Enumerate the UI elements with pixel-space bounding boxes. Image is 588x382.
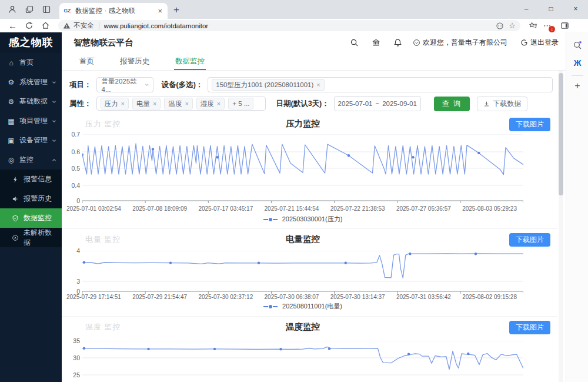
y-tick-label: 0.6 [71, 148, 80, 156]
minimize-button[interactable]: – [514, 0, 539, 19]
back-icon[interactable]: ← [8, 21, 17, 30]
grid-icon: ▦ [7, 117, 15, 125]
add-panel-icon[interactable]: + [574, 81, 580, 91]
sidebar-search-icon[interactable] [573, 41, 582, 50]
chart-legend[interactable]: 202503030001(压力) [82, 215, 523, 224]
gear-icon: ⚙ [7, 78, 15, 87]
new-tab-button[interactable]: + [173, 5, 179, 15]
app-header: 智慧物联云平台 欢迎您，普量电子有限公司 退出登录 [62, 32, 566, 54]
sidebar-item-basic-data[interactable]: ⚙ 基础数据 [0, 92, 62, 111]
sidebar-item-alarm-history[interactable]: 报警历史 [0, 189, 62, 208]
remove-tag-icon[interactable]: × [217, 100, 220, 107]
page-scrollbar[interactable] [559, 71, 563, 382]
close-button[interactable]: × [563, 0, 588, 19]
not-secure-warning-icon [63, 22, 71, 29]
organization-icon[interactable] [372, 38, 380, 47]
sidebar-item-unparsed-data[interactable]: 未解析数据 [0, 228, 62, 247]
pressure-line-chart[interactable] [82, 134, 523, 204]
bolt-icon [12, 176, 20, 183]
scrollbar-thumb[interactable] [559, 73, 563, 195]
page-tab-bar: 首页 报警历史 数据监控 [62, 53, 566, 71]
x-axis-labels: 2025-07-01 03:02:542025-07-08 18:09:0920… [66, 205, 517, 212]
edge-app-logo-icon[interactable]: Ж [574, 58, 582, 68]
remove-tag-icon[interactable]: × [316, 81, 320, 88]
attr-tag-humidity: 湿度× [196, 98, 225, 109]
date-range-input[interactable]: 2025-07-01 ~ 2025-09-01 [334, 96, 421, 111]
url-field[interactable]: 不安全 www.puliangiot.com/iotdatamonitor ☆ [58, 20, 520, 31]
platform-title: 智慧物联云平台 [74, 37, 133, 48]
chevron-down-icon [144, 82, 150, 88]
y-tick-label: 0.5 [71, 164, 80, 172]
vertical-tabs-icon[interactable] [42, 5, 51, 14]
device-multiselect[interactable]: 150型压力1001 (202508011001)× [208, 77, 553, 92]
battery-line-chart[interactable] [82, 251, 523, 295]
download-image-button[interactable]: 下载图片 [509, 118, 550, 131]
page-actions-icon[interactable] [496, 22, 504, 30]
attribute-multiselect[interactable]: 压力× 电量× 温度× 湿度× + 5 ... [96, 97, 266, 111]
project-select[interactable]: 普量2025款4... [96, 77, 153, 92]
maximize-button[interactable]: □ [539, 0, 563, 19]
filter-panel: 项目： 普量2025款4... 设备(多选)： 150型压力1001 (2025… [62, 72, 557, 114]
x-tick-label: 2025-07-30 02:37:12 [198, 294, 253, 300]
remove-tag-icon[interactable]: × [185, 100, 188, 107]
chevron-up-icon [51, 157, 57, 163]
x-tick-label: 2025-07-17 03:45:17 [198, 205, 253, 212]
tab-home[interactable]: 首页 [79, 53, 94, 71]
tab-title: 数据监控 · 感之物联 [75, 6, 156, 15]
tab-data-monitoring[interactable]: 数据监控 [175, 53, 205, 71]
chart-title: 压力监控 [82, 118, 523, 129]
attr-tag-battery: 电量× [132, 98, 161, 109]
browser-menu-icon[interactable]: ⋯↓ [543, 22, 551, 29]
temperature-line-chart[interactable] [82, 341, 523, 382]
attr-tag-temperature: 温度× [164, 98, 192, 109]
split-screen-icon[interactable] [560, 21, 569, 30]
x-axis-labels: 2025-07-29 17:14:512025-07-29 21:54:4720… [66, 294, 517, 300]
pill-divider [99, 22, 99, 29]
chart-legend[interactable]: 202508011001(电量) [82, 302, 523, 311]
sidebar-item-system-management[interactable]: ⚙ 系统管理 [0, 72, 62, 92]
sidebar-item-home[interactable]: ⌂ 首页 [0, 53, 62, 72]
tab-alarm-history[interactable]: 报警历史 [120, 53, 149, 71]
query-button[interactable]: 查 询 [434, 97, 470, 111]
browser-address-bar: ← 不安全 www.puliangiot.com/iotdatamonitor … [0, 19, 588, 33]
download-data-button[interactable]: 下载数据 [477, 97, 527, 111]
app-sidebar: 感之物联 ⌂ 首页 ⚙ 系统管理 ⚙ 基础数据 ▦ 项目管理 ▣ 设备管理 ◎ … [0, 32, 62, 382]
download-image-button[interactable]: 下载图片 [509, 233, 550, 247]
favorites-bar-icon[interactable] [529, 21, 537, 30]
attr-tag-more[interactable]: + 5 ... [228, 98, 253, 109]
download-image-button[interactable]: 下载图片 [509, 321, 550, 334]
home-icon[interactable] [41, 21, 50, 30]
logout-button[interactable]: 退出登录 [520, 38, 559, 48]
shield-check-icon [12, 215, 20, 222]
workspaces-icon[interactable] [25, 5, 34, 14]
sidebar-item-device-management[interactable]: ▣ 设备管理 [0, 131, 62, 150]
x-tick-label: 2025-07-30 06:38:07 [265, 294, 319, 300]
device-tag: 150型压力1001 (202508011001)× [212, 79, 324, 91]
page-url[interactable]: www.puliangiot.com/iotdatamonitor [104, 22, 492, 29]
remove-tag-icon[interactable]: × [121, 100, 125, 107]
download-icon [483, 101, 490, 107]
remove-tag-icon[interactable]: × [153, 100, 156, 107]
device-icon: ▣ [7, 137, 15, 145]
logout-icon [520, 39, 528, 46]
browser-tab-strip: GZ 数据监控 · 感之物联 × + – □ × [0, 0, 588, 19]
date-end: 2025-09-01 [382, 100, 417, 107]
sidebar-item-monitoring[interactable]: ◎ 监控 [0, 150, 62, 170]
bell-icon[interactable] [393, 38, 402, 47]
refresh-icon[interactable] [25, 21, 34, 30]
y-tick-label: 0.7 [71, 130, 80, 138]
browser-tab[interactable]: GZ 数据监控 · 感之物联 × [59, 3, 168, 19]
security-label[interactable]: 不安全 [74, 21, 94, 30]
profile-icon[interactable] [8, 5, 17, 14]
x-tick-label: 2025-07-22 21:38:53 [330, 205, 385, 212]
y-tick-label: 0 [76, 197, 80, 205]
sidebar-item-data-monitoring[interactable]: 数据监控 [0, 208, 62, 228]
sidebar-item-project-management[interactable]: ▦ 项目管理 [0, 111, 62, 131]
bookmark-star-icon[interactable]: ☆ [509, 22, 516, 29]
search-icon[interactable] [350, 38, 359, 47]
tab-close-icon[interactable]: × [156, 6, 164, 15]
chevron-down-icon [51, 99, 57, 105]
sidebar-item-alarm-info[interactable]: 报警信息 [0, 170, 62, 189]
y-tick-label: 35 [73, 337, 80, 345]
user-welcome[interactable]: 欢迎您，普量电子有限公司 [413, 38, 507, 48]
